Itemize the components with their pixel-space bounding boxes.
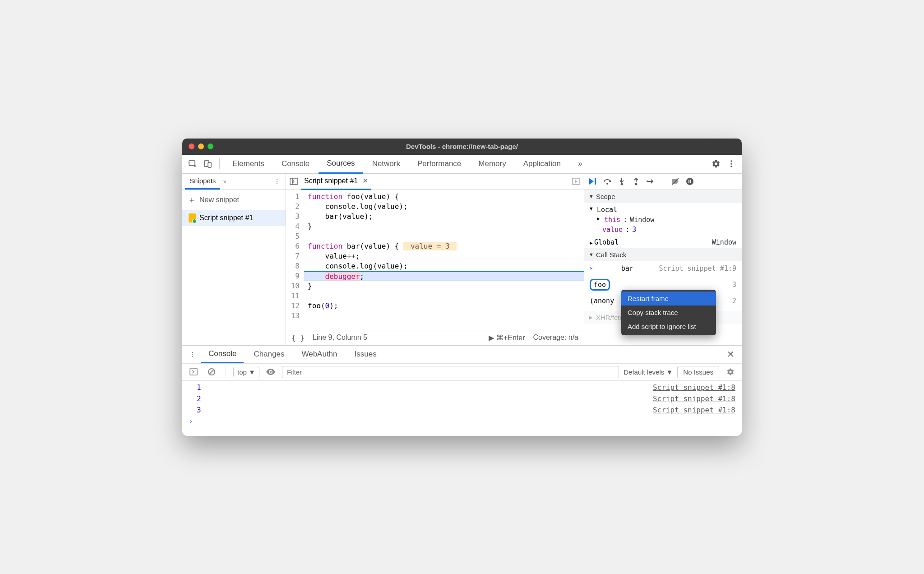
sources-main: Snippets » ⋮ ＋ New snippet Script snippe… <box>182 174 742 345</box>
tab-elements[interactable]: Elements <box>224 155 273 173</box>
inspect-icon[interactable] <box>186 157 199 171</box>
callstack-header[interactable]: ▼Call Stack <box>584 248 742 261</box>
live-expression-icon[interactable] <box>264 365 277 379</box>
code-editor[interactable]: 12345678910111213 function foo(value) { … <box>286 190 584 330</box>
cursor-position: Line 9, Column 5 <box>313 333 367 342</box>
panel-tabs: Elements Console Sources Network Perform… <box>224 154 707 174</box>
svg-point-9 <box>606 183 608 185</box>
tab-application[interactable]: Application <box>515 155 569 173</box>
svg-point-13 <box>686 178 693 185</box>
close-window[interactable] <box>189 144 194 149</box>
close-tab-icon[interactable]: ✕ <box>362 176 368 185</box>
deactivate-breakpoints-icon[interactable] <box>670 176 680 186</box>
editor-tab-label: Script snippet #1 <box>304 177 358 185</box>
svg-point-5 <box>730 166 732 167</box>
svg-rect-2 <box>208 162 211 167</box>
snippet-file-name: Script snippet #1 <box>199 214 253 222</box>
plus-icon: ＋ <box>188 194 196 205</box>
context-menu: Restart frame Copy stack trace Add scrip… <box>621 290 716 335</box>
devtools-window: DevTools - chrome://new-tab-page/ Elemen… <box>182 139 742 436</box>
console-row[interactable]: 3Script snippet #1:8 <box>182 404 742 416</box>
device-toggle-icon[interactable] <box>201 157 215 171</box>
drawer: ⋮ Console Changes WebAuthn Issues ✕ top … <box>182 345 742 436</box>
ctx-restart-frame[interactable]: Restart frame <box>621 292 716 306</box>
coverage-label: Coverage: n/a <box>533 333 578 342</box>
stack-frame-bar[interactable]: barScript snippet #1:9 <box>584 261 742 276</box>
tab-memory[interactable]: Memory <box>470 155 514 173</box>
window-title: DevTools - chrome://new-tab-page/ <box>182 143 742 150</box>
step-into-icon[interactable] <box>617 176 627 186</box>
editor-statusbar: { } Line 9, Column 5 ▶ ⌘+Enter Coverage:… <box>286 330 584 345</box>
console-prompt[interactable]: › <box>182 416 742 427</box>
filter-input[interactable] <box>282 366 619 378</box>
drawer-close-icon[interactable]: ✕ <box>724 349 737 360</box>
inline-value-hint: value = 3 <box>403 242 457 250</box>
step-out-icon[interactable] <box>631 176 641 186</box>
drawer-tab-issues[interactable]: Issues <box>347 346 384 362</box>
drawer-tab-console[interactable]: Console <box>201 346 244 363</box>
resume-icon[interactable] <box>588 176 598 186</box>
step-icon[interactable] <box>646 176 656 186</box>
pause-exceptions-icon[interactable] <box>685 176 695 186</box>
tab-sources[interactable]: Sources <box>319 154 363 174</box>
minimize-window[interactable] <box>198 144 204 149</box>
svg-rect-15 <box>690 180 691 183</box>
line-gutter: 12345678910111213 <box>286 190 304 330</box>
console-toolbar: top ▼ Default levels ▼ No Issues <box>182 364 742 381</box>
drawer-tabs: ⋮ Console Changes WebAuthn Issues ✕ <box>182 346 742 364</box>
console-row[interactable]: 1Script snippet #1:8 <box>182 382 742 393</box>
kebab-menu-icon[interactable] <box>725 157 738 171</box>
drawer-tab-webauthn[interactable]: WebAuthn <box>294 346 344 362</box>
tab-console[interactable]: Console <box>273 155 318 173</box>
tab-performance[interactable]: Performance <box>409 155 469 173</box>
scope-local: ▼Local ▶this: Window value: 3 <box>584 203 742 236</box>
console-row[interactable]: 2Script snippet #1:8 <box>182 393 742 404</box>
maximize-window[interactable] <box>208 144 213 149</box>
top-toolbar: Elements Console Sources Network Perform… <box>182 155 742 174</box>
run-snippet-button[interactable]: ▶ ⌘+Enter <box>489 333 525 342</box>
svg-point-12 <box>647 181 648 182</box>
navigator-menu-icon[interactable]: ⋮ <box>271 178 283 185</box>
snippets-tab[interactable]: Snippets <box>185 173 220 190</box>
drawer-menu-icon[interactable]: ⋮ <box>187 351 199 358</box>
editor-run-icon[interactable] <box>572 177 580 185</box>
debugger-toolbar <box>584 174 742 190</box>
svg-point-10 <box>621 183 623 185</box>
settings-icon[interactable] <box>709 157 723 171</box>
svg-point-11 <box>635 183 638 185</box>
divider <box>219 158 220 169</box>
new-snippet-button[interactable]: ＋ New snippet <box>182 190 286 210</box>
navigator-more-icon[interactable]: » <box>223 178 226 185</box>
log-levels[interactable]: Default levels ▼ <box>624 368 673 376</box>
console-output: 1Script snippet #1:8 2Script snippet #1:… <box>182 381 742 436</box>
step-over-icon[interactable] <box>602 176 612 186</box>
issues-button[interactable]: No Issues <box>677 366 719 378</box>
context-selector[interactable]: top ▼ <box>233 367 259 377</box>
debugger-panel: ▼Scope ▼Local ▶this: Window value: 3 ▶Gl… <box>584 174 742 345</box>
console-settings-icon[interactable] <box>724 365 737 379</box>
new-snippet-label: New snippet <box>199 196 239 204</box>
traffic-lights <box>189 144 213 149</box>
braces-icon[interactable]: { } <box>291 333 305 342</box>
ctx-copy-stack[interactable]: Copy stack trace <box>621 306 716 319</box>
editor-file-tab[interactable]: Script snippet #1 ✕ <box>301 173 371 190</box>
editor-nav-icon[interactable] <box>290 177 298 185</box>
snippet-file-icon <box>189 213 196 222</box>
clear-console-icon[interactable] <box>205 365 218 379</box>
snippet-file-item[interactable]: Script snippet #1 <box>182 210 286 226</box>
editor-tabbar: Script snippet #1 ✕ <box>286 174 584 190</box>
tab-more[interactable]: » <box>570 155 590 173</box>
svg-point-4 <box>730 163 732 165</box>
scope-header[interactable]: ▼Scope <box>584 190 742 203</box>
editor-pane: Script snippet #1 ✕ 12345678910111213 fu… <box>286 174 584 345</box>
tab-network[interactable]: Network <box>364 155 408 173</box>
navigator-tabs: Snippets » ⋮ <box>182 174 286 190</box>
svg-point-18 <box>270 371 272 373</box>
scope-global[interactable]: ▶GlobalWindow <box>584 236 742 248</box>
navigator-sidebar: Snippets » ⋮ ＋ New snippet Script snippe… <box>182 174 286 345</box>
svg-point-3 <box>730 160 732 162</box>
ctx-ignore-list[interactable]: Add script to ignore list <box>621 319 716 333</box>
drawer-tab-changes[interactable]: Changes <box>246 346 291 362</box>
svg-rect-0 <box>189 161 195 166</box>
console-sidebar-icon[interactable] <box>187 365 200 379</box>
